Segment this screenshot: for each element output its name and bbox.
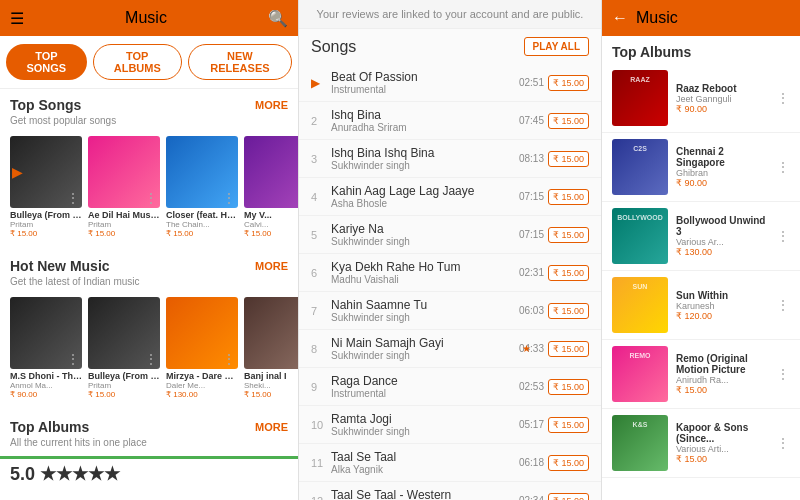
more-options-icon[interactable]: ⋮ xyxy=(144,351,158,367)
hot-music-card[interactable]: ⋮ Bulleya (From 'Ae Dil Hai Pritam ₹ 15.… xyxy=(88,297,160,401)
hot-music-card[interactable]: ⋮ M.S Dhoni - The Untold Anmol Ma... ₹ 9… xyxy=(10,297,82,401)
song-price[interactable]: ₹ 15.00 xyxy=(548,341,589,357)
song-row[interactable]: 8 Ni Main Samajh Gayi Sukhwinder singh ★… xyxy=(299,330,601,368)
hot-music-more[interactable]: MORE xyxy=(255,260,288,272)
song-price[interactable]: ₹ 15.00 xyxy=(548,189,589,205)
song-row[interactable]: 10 Ramta Jogi Sukhwinder singh 05:17 ₹ 1… xyxy=(299,406,601,444)
song-artist: Anuradha Sriram xyxy=(331,122,510,133)
song-duration: 02:31 xyxy=(514,267,544,278)
album-info: Closer (feat. Halsey) The Chain... ₹ 15.… xyxy=(166,208,238,240)
album-price: ₹ 15.00 xyxy=(88,229,160,238)
tab-top-songs[interactable]: TOP SONGS xyxy=(6,44,87,80)
right-header: ← Music xyxy=(602,0,800,36)
album-art: ⋮ xyxy=(10,297,82,369)
tab-top-albums[interactable]: TOP ALBUMS xyxy=(93,44,182,80)
song-list: ▶ Beat Of Passion Instrumental 02:51 ₹ 1… xyxy=(299,64,601,500)
song-row[interactable]: 4 Kahin Aag Lage Lag Jaaye Asha Bhosle 0… xyxy=(299,178,601,216)
more-options-icon[interactable]: ⋮ xyxy=(776,366,790,382)
song-number: 4 xyxy=(311,191,327,203)
more-options-icon[interactable]: ⋮ xyxy=(144,190,158,206)
right-album-art: BOLLYWOOD xyxy=(612,208,668,264)
top-song-card[interactable]: ⋮ Ae Dil Hai Mushkil Title Pritam ₹ 15.0… xyxy=(88,136,160,240)
album-img-text: REMO xyxy=(612,350,668,361)
album-name: My V... xyxy=(244,210,298,220)
right-album-price: ₹ 90.00 xyxy=(676,178,768,188)
album-name: Closer (feat. Halsey) xyxy=(166,210,238,220)
hot-music-card[interactable]: ⋮ Mirzya - Dare To Love Daler Me... ₹ 13… xyxy=(166,297,238,401)
songs-title: Songs xyxy=(311,38,356,56)
hamburger-icon[interactable]: ☰ xyxy=(10,9,24,28)
top-song-card[interactable]: ⋮ My V... Calvi... ₹ 15.00 xyxy=(244,136,298,240)
playing-indicator: ▶ xyxy=(12,164,23,180)
song-row[interactable]: 5 Kariye Na Sukhwinder singh 07:15 ₹ 15.… xyxy=(299,216,601,254)
right-album-row[interactable]: REMO Remo (Original Motion Picture Aniru… xyxy=(602,340,800,409)
song-row[interactable]: 6 Kya Dekh Rahe Ho Tum Madhu Vaishali 02… xyxy=(299,254,601,292)
tab-new-releases[interactable]: NEW RELEASES xyxy=(188,44,292,80)
back-icon[interactable]: ← xyxy=(612,9,628,27)
song-price[interactable]: ₹ 15.00 xyxy=(548,75,589,91)
right-album-row[interactable]: C2S Chennai 2 Singapore Ghibran ₹ 90.00 … xyxy=(602,133,800,202)
song-duration: 05:17 xyxy=(514,419,544,430)
top-songs-header: Top Songs MORE xyxy=(0,89,298,115)
song-row[interactable]: 9 Raga Dance Instrumental 02:53 ₹ 15.00 xyxy=(299,368,601,406)
song-row[interactable]: 3 Ishq Bina Ishq Bina Sukhwinder singh 0… xyxy=(299,140,601,178)
more-options-icon[interactable]: ⋮ xyxy=(776,297,790,313)
song-number: 7 xyxy=(311,305,327,317)
more-options-icon[interactable]: ⋮ xyxy=(776,435,790,451)
search-icon[interactable]: 🔍 xyxy=(268,9,288,28)
right-album-row[interactable]: K&S Kapoor & Sons (Since... Various Arti… xyxy=(602,409,800,478)
song-price[interactable]: ₹ 15.00 xyxy=(548,379,589,395)
tab-bar: TOP SONGS TOP ALBUMS NEW RELEASES xyxy=(0,36,298,89)
album-img-text: K&S xyxy=(612,419,668,430)
top-songs-more[interactable]: MORE xyxy=(255,99,288,111)
song-number: 5 xyxy=(311,229,327,241)
play-all-button[interactable]: PLAY ALL xyxy=(524,37,589,56)
album-art: ⋮ xyxy=(244,136,298,208)
song-duration: 06:18 xyxy=(514,457,544,468)
more-options-icon[interactable]: ⋮ xyxy=(222,190,236,206)
more-options-icon[interactable]: ⋮ xyxy=(776,159,790,175)
right-album-art: K&S xyxy=(612,415,668,471)
more-options-icon[interactable]: ⋮ xyxy=(776,90,790,106)
song-name: Kya Dekh Rahe Ho Tum xyxy=(331,260,510,274)
album-img-text: C2S xyxy=(612,143,668,154)
song-price[interactable]: ₹ 15.00 xyxy=(548,227,589,243)
song-row[interactable]: 12 Taal Se Taal - Western Sukhwinder sin… xyxy=(299,482,601,500)
album-info: M.S Dhoni - The Untold Anmol Ma... ₹ 90.… xyxy=(10,369,82,401)
more-options-icon[interactable]: ⋮ xyxy=(222,351,236,367)
album-img-text: RAAZ xyxy=(612,74,668,85)
right-album-info: Raaz Reboot Jeet Gannguli ₹ 90.00 xyxy=(676,83,768,114)
top-song-card[interactable]: ▶ ⋮ Bulleya (From 'Ae Dil Hai... Pritam … xyxy=(10,136,82,240)
right-album-price: ₹ 130.00 xyxy=(676,247,768,257)
more-options-icon[interactable]: ⋮ xyxy=(776,228,790,244)
album-name: Bulleya (From 'Ae Dil Hai... xyxy=(10,210,82,220)
song-number: 2 xyxy=(311,115,327,127)
song-price[interactable]: ₹ 15.00 xyxy=(548,113,589,129)
top-songs-subtitle: Get most popular songs xyxy=(0,115,298,132)
right-album-row[interactable]: RAAZ Raaz Reboot Jeet Gannguli ₹ 90.00 ⋮ xyxy=(602,64,800,133)
song-price[interactable]: ₹ 15.00 xyxy=(548,265,589,281)
song-price[interactable]: ₹ 15.00 xyxy=(548,151,589,167)
right-album-row[interactable]: SUN Sun Within Karunesh ₹ 120.00 ⋮ xyxy=(602,271,800,340)
right-album-name: Remo (Original Motion Picture xyxy=(676,353,768,375)
song-price[interactable]: ₹ 15.00 xyxy=(548,493,589,501)
more-options-icon[interactable]: ⋮ xyxy=(66,351,80,367)
left-header: ☰ Music 🔍 xyxy=(0,0,298,36)
song-row[interactable]: 7 Nahin Saamne Tu Sukhwinder singh 06:03… xyxy=(299,292,601,330)
album-info: Bulleya (From 'Ae Dil Hai Pritam ₹ 15.00 xyxy=(88,369,160,401)
hot-music-card[interactable]: ⋮ Banj inal I Sheki... ₹ 15.00 xyxy=(244,297,298,401)
top-albums-more[interactable]: MORE xyxy=(255,421,288,433)
song-duration: 07:15 xyxy=(514,229,544,240)
song-price[interactable]: ₹ 15.00 xyxy=(548,455,589,471)
song-artist: Sukhwinder singh xyxy=(331,312,510,323)
song-price[interactable]: ₹ 15.00 xyxy=(548,303,589,319)
top-song-card[interactable]: ⋮ Closer (feat. Halsey) The Chain... ₹ 1… xyxy=(166,136,238,240)
right-album-info: Bollywood Unwind 3 Various Ar... ₹ 130.0… xyxy=(676,215,768,257)
song-price[interactable]: ₹ 15.00 xyxy=(548,417,589,433)
song-row[interactable]: ▶ Beat Of Passion Instrumental 02:51 ₹ 1… xyxy=(299,64,601,102)
song-row[interactable]: 11 Taal Se Taal Alka Yagnik 06:18 ₹ 15.0… xyxy=(299,444,601,482)
song-duration: 02:53 xyxy=(514,381,544,392)
more-options-icon[interactable]: ⋮ xyxy=(66,190,80,206)
song-row[interactable]: 2 Ishq Bina Anuradha Sriram 07:45 ₹ 15.0… xyxy=(299,102,601,140)
right-album-row[interactable]: BOLLYWOOD Bollywood Unwind 3 Various Ar.… xyxy=(602,202,800,271)
